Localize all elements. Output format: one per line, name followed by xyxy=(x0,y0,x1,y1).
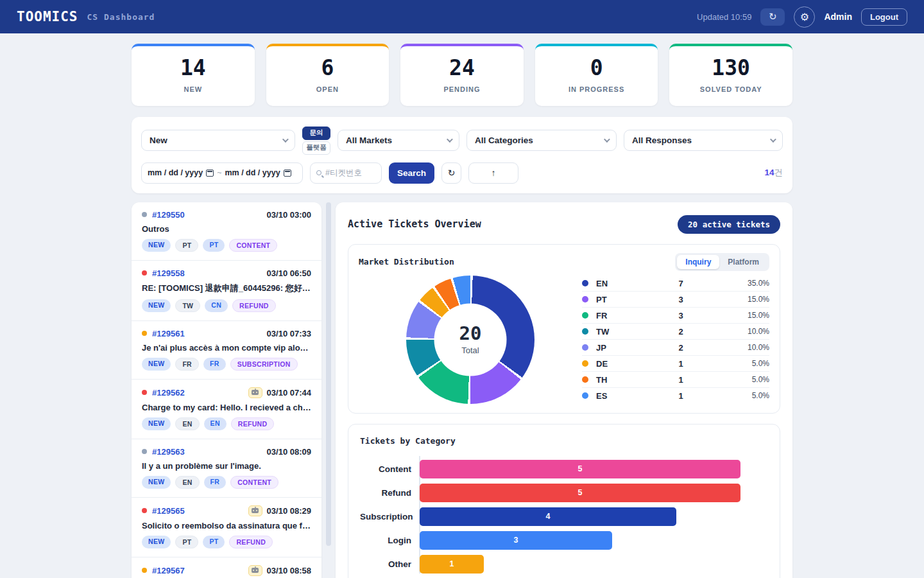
ticket-number-input[interactable]: #티켓번호 xyxy=(310,162,382,184)
ticket-id-link[interactable]: #129562 xyxy=(152,388,185,398)
language-badge: EN xyxy=(204,417,227,430)
legend-percent: 10.0% xyxy=(730,327,769,336)
category-badge: REFUND xyxy=(229,536,273,548)
ticket-time-text: 03/10 08:58 xyxy=(267,566,311,575)
ticket-row-129558[interactable]: #129558 03/10 06:50 RE: [TOOMICS] 退款申請_6… xyxy=(132,261,321,321)
bar-refund: 5 xyxy=(420,484,740,502)
status-dot xyxy=(142,568,147,573)
stat-label: SOLVED TODAY xyxy=(669,85,792,93)
search-icon xyxy=(316,170,321,175)
language-badge: CN xyxy=(205,299,228,312)
ticket-id-link[interactable]: #129565 xyxy=(152,506,185,516)
market-badge: FR xyxy=(175,358,199,371)
status-badge: NEW xyxy=(142,299,171,312)
ticket-id-link[interactable]: #129561 xyxy=(152,329,185,338)
ticket-time-text: 03/10 08:29 xyxy=(267,506,311,516)
legend-dot xyxy=(582,296,588,302)
bar-value: 4 xyxy=(420,507,676,526)
scroll-top-button[interactable]: ↑ xyxy=(468,162,518,184)
filter-refresh-button[interactable]: ↻ xyxy=(441,162,461,184)
top-navbar: TOOMICS CS Dashboard Updated 10:59 ↻ ⚙ A… xyxy=(0,0,924,33)
markets-select[interactable]: All Markets xyxy=(338,130,459,151)
market-distribution-card: Market Distribution Inquiry Platform 20 … xyxy=(348,244,780,414)
category-badge: REFUND xyxy=(231,417,275,430)
tickets-by-category-title: Tickets by Category xyxy=(360,436,456,446)
legend-label: FR xyxy=(596,311,632,320)
legend-value: 1 xyxy=(632,359,730,369)
ticket-row-129563[interactable]: #129563 03/10 08:09 Il y a un problème s… xyxy=(132,439,321,498)
search-button[interactable]: Search xyxy=(389,162,434,184)
legend-percent: 35.0% xyxy=(730,279,769,288)
toggle-inquiry[interactable]: 문의 xyxy=(302,127,330,140)
market-distribution-title: Market Distribution xyxy=(359,257,454,267)
ticket-time: 03/10 06:50 xyxy=(267,268,311,278)
legend-percent: 5.0% xyxy=(730,359,769,368)
legend-percent: 5.0% xyxy=(730,375,769,384)
status-badge: NEW xyxy=(142,476,171,489)
legend-percent: 5.0% xyxy=(730,391,769,400)
stat-label: OPEN xyxy=(266,85,389,93)
ticket-badges: NEW FR FR SUBSCRIPTION xyxy=(142,358,311,371)
status-select-value: New xyxy=(150,136,167,145)
bar-login: 3 xyxy=(420,531,612,550)
language-badge: PT xyxy=(203,536,225,548)
bar-row: Subscription 4 xyxy=(360,507,768,526)
tab-inquiry[interactable]: Inquiry xyxy=(677,255,719,269)
legend-dot xyxy=(582,328,588,335)
ticket-row-129567[interactable]: #129567 03/10 08:58 ต้องการยกเลิกสมาชิก … xyxy=(132,557,321,578)
active-tickets-badge: 20 active tickets xyxy=(678,215,780,234)
bar-label: Login xyxy=(360,536,411,545)
ticket-row-129565[interactable]: #129565 03/10 08:29 Solicito o reembolso… xyxy=(132,498,321,557)
bot-icon xyxy=(248,387,262,398)
responses-select[interactable]: All Responses xyxy=(624,130,783,151)
tab-platform[interactable]: Platform xyxy=(719,255,767,269)
market-badge: PT xyxy=(175,536,198,548)
date-to-field[interactable]: mm / dd / yyyy xyxy=(225,168,280,177)
category-badge: REFUND xyxy=(232,299,276,312)
stat-value: 14 xyxy=(132,55,255,81)
overview-panel: Active Tickets Overview 20 active ticket… xyxy=(336,202,792,578)
status-select[interactable]: New xyxy=(141,130,295,151)
ticket-id-link[interactable]: #129558 xyxy=(152,268,185,278)
ticket-id-link[interactable]: #129550 xyxy=(152,210,185,220)
filter-bar: New 문의 플랫폼 All Markets All Categories Al… xyxy=(132,117,792,193)
ticket-id-link[interactable]: #129567 xyxy=(152,566,185,575)
ticket-row-129562[interactable]: #129562 03/10 07:44 Charge to my card: H… xyxy=(132,380,321,439)
ticket-list-scrollbar[interactable] xyxy=(326,202,331,546)
ticket-id-link[interactable]: #129563 xyxy=(152,447,185,457)
legend-value: 3 xyxy=(632,295,730,304)
ticket-badges: NEW TW CN REFUND xyxy=(142,299,311,312)
refresh-button[interactable]: ↻ xyxy=(760,8,785,26)
legend-value: 3 xyxy=(632,311,730,320)
donut-total-label: Total xyxy=(461,346,479,355)
ticket-row-129561[interactable]: #129561 03/10 07:33 Je n'ai plus accès à… xyxy=(132,321,321,380)
gear-icon: ⚙ xyxy=(800,11,809,23)
category-badge: CONTENT xyxy=(229,239,277,252)
date-from-field[interactable]: mm / dd / yyyy xyxy=(148,168,203,177)
responses-select-value: All Responses xyxy=(632,136,692,145)
ticket-badges: NEW PT PT REFUND xyxy=(142,536,311,548)
toggle-platform[interactable]: 플랫폼 xyxy=(302,141,330,155)
status-badge: NEW xyxy=(142,417,171,430)
calendar-icon[interactable] xyxy=(284,170,291,177)
stat-card-in-progress: 0 IN PROGRESS xyxy=(535,44,658,106)
arrow-up-icon: ↑ xyxy=(492,168,496,178)
market-badge: TW xyxy=(175,299,200,312)
date-range-input[interactable]: mm / dd / yyyy ~ mm / dd / yyyy xyxy=(141,162,303,184)
ticket-time: 03/10 07:44 xyxy=(248,387,311,398)
calendar-icon[interactable] xyxy=(206,170,214,177)
ticket-row-129550[interactable]: #129550 03/10 03:00 Outros NEW PT PT CON… xyxy=(132,202,321,261)
bar-label: Other xyxy=(360,559,411,569)
legend-row: EN 7 35.0% xyxy=(582,276,769,292)
logout-button[interactable]: Logout xyxy=(861,8,907,26)
bar-value: 1 xyxy=(420,555,484,574)
categories-select[interactable]: All Categories xyxy=(466,130,617,151)
legend-row: TW 2 10.0% xyxy=(582,324,769,340)
legend-label: TW xyxy=(596,327,632,337)
ticket-title: Solicito o reembolso da assinatura que f… xyxy=(142,521,311,530)
bar-value: 5 xyxy=(420,484,740,502)
bar-content: 5 xyxy=(420,460,740,478)
legend-percent: 10.0% xyxy=(730,343,769,352)
settings-button[interactable]: ⚙ xyxy=(794,6,815,28)
ticket-time-text: 03/10 07:44 xyxy=(267,388,311,398)
